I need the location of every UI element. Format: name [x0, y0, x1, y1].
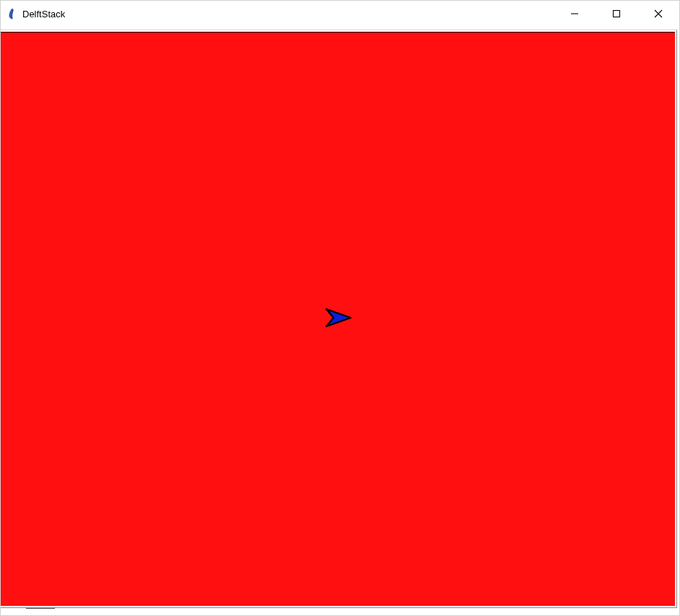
application-window: DelftStack	[0, 0, 680, 616]
minimize-button[interactable]	[554, 1, 596, 27]
turtle-arrow-shape	[326, 309, 351, 326]
window-content	[1, 27, 679, 615]
canvas-frame	[1, 30, 677, 608]
close-button[interactable]	[637, 1, 679, 27]
svg-rect-1	[614, 11, 620, 17]
maximize-button[interactable]	[596, 1, 637, 27]
title-bar[interactable]: DelftStack	[1, 1, 679, 27]
status-mark	[26, 608, 55, 609]
turtle-cursor-icon	[322, 302, 354, 337]
turtle-canvas[interactable]	[1, 32, 675, 606]
feather-icon	[6, 8, 18, 19]
window-title: DelftStack	[22, 9, 554, 19]
status-strip	[1, 608, 677, 611]
window-controls	[554, 1, 679, 27]
